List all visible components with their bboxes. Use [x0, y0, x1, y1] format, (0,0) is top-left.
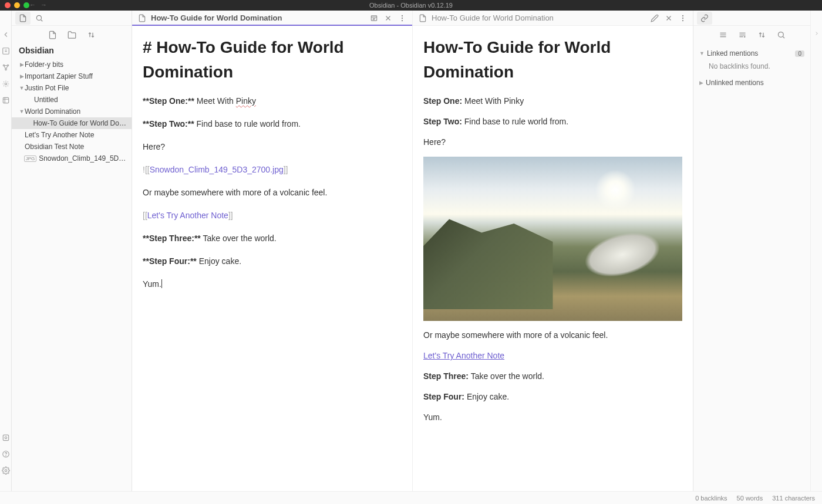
- editor-line-step1: **Step One:** Meet With Pinky: [143, 95, 402, 107]
- svg-point-10: [5, 469, 7, 472]
- tree-item-label: Untitled: [34, 96, 58, 104]
- preview-step1: Step One: Meet With Pinky: [423, 95, 682, 107]
- editor-line-step3: **Step Three:** Take over the world.: [143, 232, 402, 245]
- tree-caret-icon: ▶: [19, 62, 25, 67]
- editor-pane: How-To Guide for World Domination # How-…: [132, 11, 413, 491]
- close-window-button[interactable]: [5, 2, 11, 8]
- left-sidebar-tabs: [12, 11, 132, 26]
- right-sidebar-tabs: [693, 11, 810, 26]
- preview-mode-icon[interactable]: [370, 14, 378, 22]
- linked-mentions-label: Linked mentions: [707, 49, 758, 57]
- tree-item-label: Obsidian Test Note: [25, 143, 84, 151]
- new-folder-icon[interactable]: [68, 31, 76, 39]
- backlinks-tab[interactable]: [697, 12, 712, 25]
- file-explorer-actions: [12, 26, 132, 43]
- new-note-icon[interactable]: [48, 31, 57, 39]
- nav-back-icon[interactable]: ←: [29, 1, 36, 8]
- status-bar: 0 backlinks 50 words 311 characters: [0, 491, 822, 504]
- status-chars: 311 characters: [772, 495, 815, 502]
- svg-point-26: [682, 20, 683, 21]
- graph-view-icon[interactable]: [2, 63, 10, 72]
- titlebar: ← → Obsidian - Obsidian v0.12.19: [0, 0, 822, 11]
- svg-point-3: [5, 69, 6, 70]
- editor-line-step4: **Step Four:** Enjoy cake.: [143, 255, 402, 268]
- editor-tab-title: How-To Guide for World Domination: [151, 13, 365, 22]
- traffic-lights: [5, 2, 29, 8]
- sort-icon[interactable]: [87, 31, 96, 39]
- tree-caret-icon: ▼: [19, 85, 25, 91]
- vault-name: Obsidian: [12, 43, 132, 59]
- unlinked-mentions-section[interactable]: ▶ Unlinked mentions: [699, 76, 804, 89]
- vault-switcher-icon[interactable]: [2, 434, 10, 442]
- preview-yum: Yum.: [423, 411, 682, 424]
- editor-heading: # How-To Guide for World Domination: [143, 35, 402, 84]
- search-tab[interactable]: [32, 12, 47, 25]
- svg-point-11: [36, 15, 41, 20]
- left-ribbon: [0, 11, 12, 491]
- internal-link[interactable]: Let's Try Another Note: [423, 351, 504, 360]
- collapse-left-icon[interactable]: [2, 31, 10, 39]
- preview-heading: How-To Guide for World Domination: [423, 35, 682, 84]
- backlinks-empty-text: No backlinks found.: [699, 60, 804, 76]
- tree-item-note[interactable]: How-To Guide for World Domination: [12, 117, 132, 129]
- tree-item-note[interactable]: Let's Try Another Note: [12, 129, 132, 141]
- editor-line-here: Here?: [143, 141, 402, 153]
- help-icon[interactable]: [2, 450, 10, 458]
- tree-item-folder[interactable]: ▶Important Zapier Stuff: [12, 70, 132, 82]
- file-tree: ▶Folder-y bits▶Important Zapier Stuff▼Ju…: [12, 59, 132, 164]
- more-options-icon[interactable]: [398, 14, 406, 22]
- svg-point-20: [402, 18, 402, 18]
- command-palette-icon[interactable]: [2, 80, 10, 88]
- linked-mentions-count: 0: [795, 50, 804, 57]
- tree-item-label: Let's Try Another Note: [25, 131, 94, 139]
- preview-step2: Step Two: Find base to rule world from.: [423, 116, 682, 128]
- svg-line-31: [783, 36, 784, 38]
- tree-item-folder[interactable]: ▼Justin Pot File: [12, 82, 132, 94]
- collapse-results-icon[interactable]: [719, 31, 727, 39]
- show-context-icon[interactable]: [738, 31, 747, 39]
- status-words: 50 words: [737, 495, 763, 502]
- settings-icon[interactable]: [2, 466, 10, 475]
- text-cursor: [161, 279, 162, 288]
- svg-point-21: [402, 20, 402, 21]
- note-icon: [419, 14, 427, 22]
- workspace-panes: How-To Guide for World Domination # How-…: [132, 11, 693, 491]
- sort-backlinks-icon[interactable]: [757, 31, 766, 39]
- preview-link: Let's Try Another Note: [423, 350, 682, 362]
- tree-caret-icon: ▶: [19, 73, 25, 79]
- quick-switcher-icon[interactable]: [2, 47, 10, 55]
- close-pane-icon[interactable]: [665, 14, 673, 22]
- file-type-badge: JPG: [24, 155, 37, 162]
- tree-item-label: Important Zapier Stuff: [25, 72, 93, 80]
- search-backlinks-icon[interactable]: [777, 31, 786, 39]
- embedded-image: [423, 157, 682, 321]
- linked-mentions-section[interactable]: ▼ Linked mentions 0: [699, 47, 804, 60]
- file-explorer-tab[interactable]: [15, 12, 31, 25]
- svg-line-12: [41, 19, 43, 21]
- maximize-window-button[interactable]: [23, 2, 29, 8]
- note-icon: [138, 14, 146, 22]
- editor-pane-header: How-To Guide for World Domination: [132, 11, 412, 26]
- tree-item-note[interactable]: Obsidian Test Note: [12, 141, 132, 153]
- preview-body[interactable]: How-To Guide for World Domination Step O…: [413, 26, 693, 491]
- tree-item-folder[interactable]: ▼World Domination: [12, 106, 132, 117]
- editor-body[interactable]: # How-To Guide for World Domination **St…: [132, 26, 412, 491]
- templates-icon[interactable]: [2, 96, 10, 104]
- tree-item-folder[interactable]: ▶Folder-y bits: [12, 59, 132, 70]
- more-options-icon[interactable]: [679, 14, 687, 22]
- svg-point-25: [682, 18, 683, 18]
- right-collapse-handle[interactable]: [810, 11, 822, 491]
- tree-item-attachment[interactable]: JPGSnowdon_Climb_149_5D3_2700: [12, 153, 132, 164]
- svg-point-30: [778, 32, 783, 37]
- minimize-window-button[interactable]: [14, 2, 20, 8]
- editor-line-link: [[Let's Try Another Note]]: [143, 209, 402, 222]
- unlinked-mentions-label: Unlinked mentions: [706, 79, 764, 87]
- preview-pane: How-To Guide for World Domination How-To…: [413, 11, 693, 491]
- nav-forward-icon[interactable]: →: [41, 1, 47, 8]
- close-pane-icon[interactable]: [384, 14, 392, 22]
- preview-step3: Step Three: Take over the world.: [423, 370, 682, 383]
- svg-rect-5: [3, 97, 8, 103]
- edit-mode-icon[interactable]: [651, 14, 659, 22]
- tree-caret-icon: ▼: [19, 109, 25, 114]
- tree-item-note[interactable]: Untitled: [12, 94, 132, 106]
